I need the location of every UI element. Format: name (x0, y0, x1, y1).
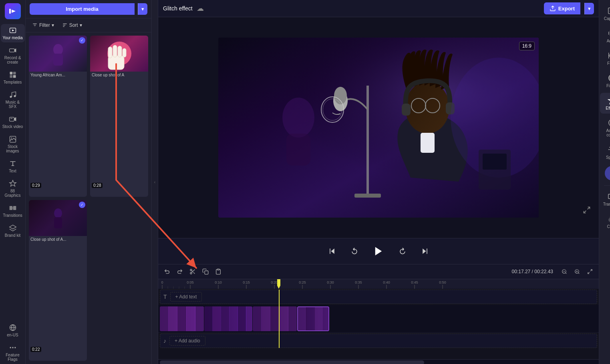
svg-rect-37 (54, 217, 62, 228)
export-button[interactable]: Export (544, 2, 580, 14)
svg-marker-63 (375, 247, 382, 256)
cloud-save-icon: ☁ (197, 4, 204, 13)
import-media-button[interactable]: Import media (30, 3, 135, 15)
sidebar-item-graphics[interactable]: 88 Graphics (1, 177, 25, 200)
import-media-arrow-button[interactable]: ▾ (138, 3, 147, 15)
zoom-out-button[interactable] (559, 266, 570, 277)
video3-check-badge: ✓ (79, 202, 85, 208)
export-arrow-button[interactable]: ▾ (584, 3, 594, 14)
video3-label: Close up shot of A... (29, 236, 87, 243)
rewind-button[interactable] (347, 244, 362, 258)
right-tool-audio[interactable]: Audio (600, 26, 610, 46)
right-sidebar-expand-icon[interactable]: ▾ (609, 353, 610, 364)
svg-line-59 (588, 207, 590, 210)
svg-rect-16 (9, 206, 12, 210)
sidebar-item-more[interactable]: Feature Flags (1, 341, 25, 364)
svg-marker-108 (277, 279, 280, 289)
sidebar-item-music-sfx[interactable]: Music & SFX (1, 88, 25, 111)
svg-rect-0 (9, 9, 11, 14)
right-tool-captions[interactable]: Captions (600, 3, 610, 24)
timeline-scrollbar[interactable] (158, 359, 599, 364)
svg-rect-11 (9, 117, 14, 121)
sidebar-item-templates[interactable]: Templates (1, 68, 25, 87)
zoom-in-button[interactable] (572, 266, 583, 277)
media-thumb-video1[interactable]: 0:29 ✓ Young African Am... (29, 36, 87, 197)
audio-track: ♪ + Add audio (160, 334, 597, 348)
svg-rect-8 (13, 75, 16, 78)
app-logo[interactable] (5, 3, 21, 19)
svg-line-81 (588, 272, 590, 274)
video2-duration: 0:28 (92, 183, 103, 188)
color-label: Color (607, 224, 610, 229)
sidebar-item-record-create[interactable]: Record & create (1, 44, 25, 67)
svg-text:0:25: 0:25 (299, 280, 306, 284)
svg-rect-17 (13, 206, 16, 210)
svg-rect-7 (10, 75, 12, 78)
right-sidebar: Captions Audio Fade Filters Effects (599, 0, 610, 364)
sidebar-item-brand-kit[interactable]: Brand kit (1, 222, 25, 240)
svg-point-20 (10, 347, 11, 348)
right-tool-filters[interactable]: Filters (600, 70, 610, 91)
sidebar-item-label: Templates (4, 80, 22, 84)
sidebar-item-en-us[interactable]: en-US (1, 321, 25, 340)
svg-text:0: 0 (161, 280, 163, 284)
right-tool-adjust-colors[interactable]: Adjust colors (600, 115, 610, 140)
sidebar-item-transitions[interactable]: Transitions (1, 202, 25, 220)
svg-point-45 (334, 87, 347, 104)
timeline-clip-selected[interactable] (297, 306, 329, 331)
fullscreen-button[interactable] (583, 206, 591, 216)
timeline-clip-3[interactable] (253, 306, 297, 331)
svg-point-36 (54, 208, 62, 218)
main-content: Glitch effect ☁ Export ▾ (158, 0, 599, 364)
track-area: T + Add text (158, 290, 599, 348)
sidebar-item-stock-video[interactable]: Stock video (1, 113, 25, 131)
svg-point-66 (190, 269, 192, 271)
sidebar-item-label: Text (9, 169, 16, 173)
copy-button[interactable] (200, 266, 211, 277)
media-thumb-video3[interactable]: 0:22 ✓ Close up shot of A... (29, 200, 87, 361)
right-tool-color[interactable]: Color (600, 211, 610, 232)
skip-to-start-button[interactable] (325, 244, 339, 258)
timeline-content: 0 0:05 0:10 0:15 0:20 0:25 (158, 279, 599, 348)
video1-label: Young African Am... (29, 72, 87, 78)
text-icon: T (163, 294, 167, 300)
media-thumb-video2[interactable]: 0:28 Close up shot of A (90, 36, 148, 197)
svg-text:0:50: 0:50 (439, 280, 446, 284)
expand-timeline-button[interactable] (584, 266, 596, 277)
right-tool-fade[interactable]: Fade (600, 48, 610, 69)
right-tool-speed[interactable]: Speed (600, 142, 610, 163)
svg-line-70 (191, 270, 193, 272)
help-button[interactable]: ? (605, 166, 610, 180)
music-note-icon: ♪ (163, 338, 166, 344)
sidebar-item-label: Brand kit (5, 233, 20, 238)
svg-rect-55 (421, 133, 435, 153)
right-tool-effects[interactable]: Effects (600, 93, 610, 114)
skip-to-end-button[interactable] (418, 244, 432, 258)
video1-check-badge: ✓ (79, 37, 85, 44)
panel-collapse-handle[interactable]: ‹ (152, 0, 158, 364)
video-canvas: 16:9 (218, 38, 539, 218)
redo-button[interactable] (174, 266, 185, 277)
left-sidebar: Your media Record & create Templates Mus… (0, 0, 26, 364)
media-grid: 0:29 ✓ Young African Am... 0:28 Close up… (26, 32, 151, 364)
sidebar-item-label: en-US (7, 333, 18, 337)
play-pause-button[interactable] (370, 242, 387, 260)
right-tool-transition[interactable]: Transition (600, 189, 610, 210)
fast-forward-button[interactable] (395, 244, 410, 258)
svg-point-22 (14, 347, 16, 348)
add-audio-button[interactable]: + Add audio (169, 336, 205, 346)
svg-rect-30 (53, 54, 63, 66)
svg-rect-43 (354, 194, 381, 198)
paste-button[interactable] (213, 266, 224, 277)
sidebar-item-stock-images[interactable]: Stock images (1, 133, 25, 156)
timeline-clip-2[interactable] (204, 306, 252, 331)
cut-button[interactable] (187, 266, 198, 277)
sidebar-item-text[interactable]: Text (1, 157, 25, 176)
timeline-clip-1[interactable] (160, 306, 204, 331)
undo-button[interactable] (161, 266, 173, 277)
timeline-scroll-area[interactable]: 0 0:05 0:10 0:15 0:20 0:25 (158, 279, 599, 359)
sidebar-item-your-media[interactable]: Your media (1, 24, 25, 42)
add-text-button[interactable]: + Add text (170, 292, 202, 302)
filter-button[interactable]: Filter ▾ (30, 21, 56, 30)
sort-button[interactable]: Sort ▾ (60, 21, 85, 30)
